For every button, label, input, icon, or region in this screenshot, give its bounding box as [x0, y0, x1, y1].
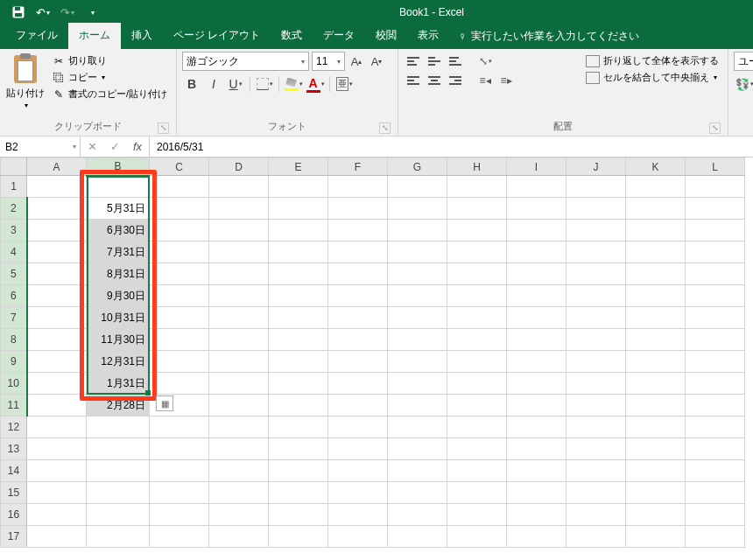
cell-B1[interactable] [87, 176, 150, 198]
column-header-D[interactable]: D [209, 158, 269, 176]
align-left-button[interactable] [404, 71, 423, 90]
cell-A4[interactable] [27, 242, 87, 263]
font-name-combo[interactable]: 游ゴシック▾ [182, 52, 309, 71]
cell-C13[interactable] [150, 438, 209, 460]
cell-B10[interactable]: 1月31日 [87, 373, 150, 395]
row-header-5[interactable]: 5 [1, 263, 27, 285]
cell-D14[interactable] [209, 460, 269, 482]
cell-K6[interactable] [626, 285, 686, 307]
row-header-2[interactable]: 2 [1, 198, 27, 220]
row-header-11[interactable]: 11 [1, 395, 27, 416]
cell-C14[interactable] [150, 460, 209, 482]
cell-A11[interactable] [27, 395, 87, 416]
cell-A10[interactable] [27, 373, 87, 395]
cell-G2[interactable] [388, 198, 447, 220]
cell-K15[interactable] [626, 482, 686, 504]
cell-E3[interactable] [269, 220, 328, 242]
tab-formulas[interactable]: 数式 [271, 23, 313, 49]
cell-K13[interactable] [626, 438, 686, 460]
select-all-corner[interactable] [1, 158, 27, 176]
row-header-1[interactable]: 1 [1, 176, 27, 198]
cell-G17[interactable] [388, 526, 447, 548]
row-header-9[interactable]: 9 [1, 351, 27, 373]
cell-E12[interactable] [269, 416, 328, 438]
cell-F6[interactable] [328, 285, 388, 307]
cell-G3[interactable] [388, 220, 447, 242]
cell-J2[interactable] [567, 198, 626, 220]
cell-L6[interactable] [686, 285, 745, 307]
cell-K14[interactable] [626, 460, 686, 482]
font-color-button[interactable]: A▾ [306, 74, 325, 94]
cell-I1[interactable] [507, 176, 567, 198]
cell-C1[interactable] [150, 176, 209, 198]
cell-E14[interactable] [269, 460, 328, 482]
decrease-font-button[interactable]: A▾ [368, 52, 385, 71]
column-header-B[interactable]: B [87, 158, 150, 176]
tell-me-search[interactable]: ♀ 実行したい作業を入力してください [449, 24, 648, 49]
cell-D15[interactable] [209, 482, 269, 504]
cell-H11[interactable] [447, 395, 507, 416]
underline-button[interactable]: U▾ [226, 74, 245, 94]
cell-D2[interactable] [209, 198, 269, 220]
cell-I14[interactable] [507, 460, 567, 482]
cell-B4[interactable]: 7月31日 [87, 242, 150, 263]
cell-A15[interactable] [27, 482, 87, 504]
cell-G9[interactable] [388, 351, 447, 373]
enter-formula-button[interactable]: ✓ [103, 140, 126, 153]
copy-button[interactable]: ⿻コピー▾ [49, 70, 171, 85]
cell-G12[interactable] [388, 416, 447, 438]
cell-L13[interactable] [686, 438, 745, 460]
cell-G1[interactable] [388, 176, 447, 198]
dialog-launcher[interactable]: ⤡ [158, 122, 169, 134]
cell-I10[interactable] [507, 373, 567, 395]
cell-F13[interactable] [328, 438, 388, 460]
cell-E5[interactable] [269, 263, 328, 285]
align-middle-button[interactable] [425, 52, 444, 71]
qat-customize[interactable]: ▾ [82, 3, 102, 22]
cell-L11[interactable] [686, 395, 745, 416]
cell-F17[interactable] [328, 526, 388, 548]
cell-J17[interactable] [567, 526, 626, 548]
cell-L12[interactable] [686, 416, 745, 438]
row-header-12[interactable]: 12 [1, 416, 27, 438]
cell-E8[interactable] [269, 329, 328, 351]
cell-I11[interactable] [507, 395, 567, 416]
cell-I9[interactable] [507, 351, 567, 373]
cell-F16[interactable] [328, 504, 388, 526]
cell-A3[interactable] [27, 220, 87, 242]
column-header-I[interactable]: I [507, 158, 567, 176]
cut-button[interactable]: ✂切り取り [49, 53, 171, 68]
cell-L16[interactable] [686, 504, 745, 526]
cell-E7[interactable] [269, 307, 328, 329]
cell-A6[interactable] [27, 285, 87, 307]
cell-J14[interactable] [567, 460, 626, 482]
cell-L1[interactable] [686, 176, 745, 198]
cell-C3[interactable] [150, 220, 209, 242]
row-header-15[interactable]: 15 [1, 482, 27, 504]
cell-H12[interactable] [447, 416, 507, 438]
cell-A5[interactable] [27, 263, 87, 285]
wrap-text-button[interactable]: 折り返して全体を表示する [582, 53, 722, 68]
name-box[interactable]: B2▾ [0, 136, 81, 157]
cell-E15[interactable] [269, 482, 328, 504]
cell-D12[interactable] [209, 416, 269, 438]
cell-I2[interactable] [507, 198, 567, 220]
cell-I4[interactable] [507, 242, 567, 263]
cell-K7[interactable] [626, 307, 686, 329]
row-header-3[interactable]: 3 [1, 220, 27, 242]
cell-J12[interactable] [567, 416, 626, 438]
cell-B12[interactable] [87, 416, 150, 438]
cell-L3[interactable] [686, 220, 745, 242]
cell-J15[interactable] [567, 482, 626, 504]
row-header-10[interactable]: 10 [1, 373, 27, 395]
cell-A7[interactable] [27, 307, 87, 329]
dialog-launcher[interactable]: ⤡ [379, 122, 391, 134]
cell-C7[interactable] [150, 307, 209, 329]
cell-E13[interactable] [269, 438, 328, 460]
cell-K2[interactable] [626, 198, 686, 220]
cell-F3[interactable] [328, 220, 388, 242]
cell-K11[interactable] [626, 395, 686, 416]
cell-I17[interactable] [507, 526, 567, 548]
save-button[interactable] [9, 3, 28, 22]
cell-I3[interactable] [507, 220, 567, 242]
